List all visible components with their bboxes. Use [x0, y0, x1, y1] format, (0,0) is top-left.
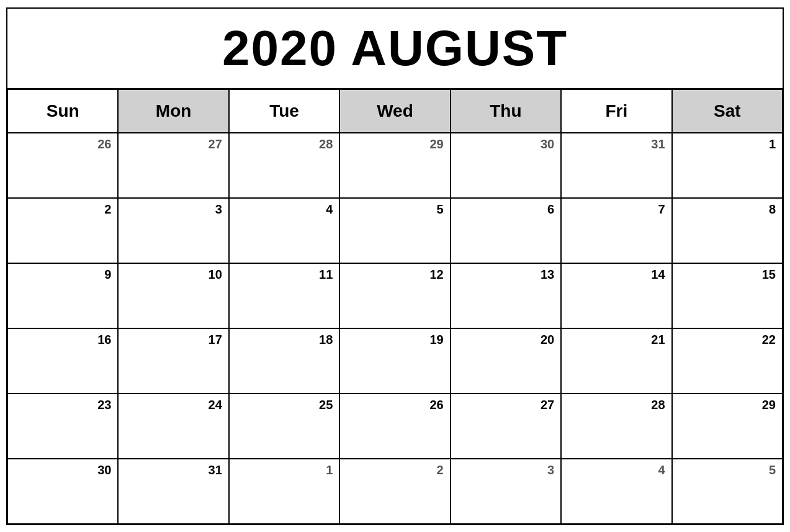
table-row: 6	[451, 198, 561, 263]
day-header-thu: Thu	[451, 89, 561, 133]
table-row: 8	[672, 198, 783, 263]
table-row: 28	[561, 394, 671, 459]
table-row: 5	[339, 198, 450, 263]
table-row: 10	[118, 263, 228, 328]
day-header-wed: Wed	[339, 89, 450, 133]
table-row: 21	[561, 328, 671, 394]
table-row: 28	[229, 133, 339, 198]
day-header-sun: Sun	[7, 89, 118, 133]
day-header-tue: Tue	[229, 89, 339, 133]
table-row: 23	[7, 394, 118, 459]
table-row: 30	[451, 133, 561, 198]
table-row: 4	[561, 459, 671, 524]
table-row: 3	[118, 198, 228, 263]
table-row: 30	[7, 459, 118, 524]
table-row: 26	[339, 394, 450, 459]
table-row: 24	[118, 394, 228, 459]
table-row: 31	[118, 459, 228, 524]
table-row: 20	[451, 328, 561, 394]
table-row: 31	[561, 133, 671, 198]
table-row: 29	[672, 394, 783, 459]
calendar-title: 2020 AUGUST	[14, 20, 776, 77]
table-row: 5	[672, 459, 783, 524]
table-row: 26	[7, 133, 118, 198]
table-row: 1	[229, 459, 339, 524]
day-header-mon: Mon	[118, 89, 228, 133]
calendar-grid: Sun Mon Tue Wed Thu Fri Sat 26 27 28 29 …	[7, 89, 783, 524]
table-row: 9	[7, 263, 118, 328]
table-row: 27	[451, 394, 561, 459]
table-row: 29	[339, 133, 450, 198]
table-row: 2	[339, 459, 450, 524]
table-row: 16	[7, 328, 118, 394]
table-row: 18	[229, 328, 339, 394]
table-row: 2	[7, 198, 118, 263]
table-row: 17	[118, 328, 228, 394]
table-row: 12	[339, 263, 450, 328]
table-row: 13	[451, 263, 561, 328]
calendar-header: 2020 AUGUST	[7, 9, 783, 89]
table-row: 19	[339, 328, 450, 394]
table-row: 27	[118, 133, 228, 198]
table-row: 22	[672, 328, 783, 394]
day-header-fri: Fri	[561, 89, 671, 133]
table-row: 15	[672, 263, 783, 328]
table-row: 14	[561, 263, 671, 328]
calendar: 2020 AUGUST Sun Mon Tue Wed Thu Fri Sat …	[6, 7, 784, 525]
table-row: 3	[451, 459, 561, 524]
day-header-sat: Sat	[672, 89, 783, 133]
table-row: 11	[229, 263, 339, 328]
table-row: 25	[229, 394, 339, 459]
table-row: 1	[672, 133, 783, 198]
table-row: 4	[229, 198, 339, 263]
table-row: 7	[561, 198, 671, 263]
